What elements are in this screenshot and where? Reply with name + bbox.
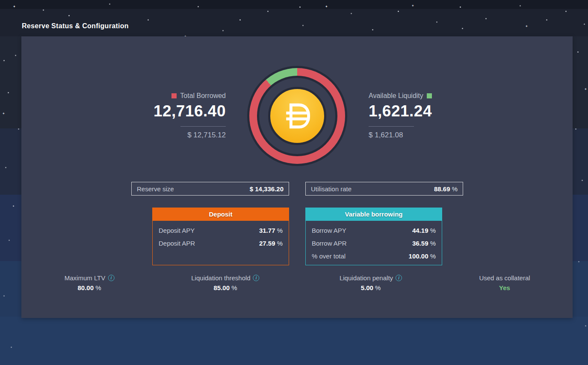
- max-ltv-config: Maximum LTV i 80.00 %: [65, 274, 115, 291]
- available-liquidity-label-row: Available Liquidity: [369, 92, 510, 100]
- star: [585, 325, 586, 326]
- star: [148, 19, 149, 21]
- divider: [369, 126, 414, 127]
- star: [267, 11, 269, 12]
- borrow-apy-value: 44.19 %: [412, 227, 436, 234]
- star: [462, 28, 463, 29]
- star: [9, 240, 10, 241]
- deposit-apr-value: 27.59 %: [259, 240, 283, 247]
- star: [584, 24, 585, 25]
- percent-over-total-value: 100.00 %: [409, 252, 436, 260]
- star: [15, 55, 16, 56]
- reserve-size-label: Reserve size: [137, 185, 174, 193]
- star: [351, 13, 352, 14]
- liquidation-penalty-value: 5.00 %: [340, 284, 402, 291]
- deposit-apr-label: Deposit APR: [159, 240, 195, 247]
- star: ✦: [325, 5, 328, 9]
- star: ✦: [584, 88, 587, 91]
- star: [546, 19, 547, 21]
- star: ✦: [411, 4, 414, 8]
- divider: [180, 126, 226, 127]
- borrow-apr-label: Borrow APR: [312, 240, 347, 247]
- star: [198, 6, 199, 7]
- available-liquidity-stat: Available Liquidity 1,621.24 $ 1,621.08: [369, 92, 510, 139]
- used-as-collateral-label-row: Used as collateral: [479, 274, 530, 282]
- percent-over-total-label: % over total: [312, 252, 346, 260]
- star: [302, 25, 304, 26]
- star: [3, 60, 5, 61]
- deposit-apy-value: 31.77 %: [259, 227, 283, 234]
- table-row: Deposit APY 31.77 %: [153, 224, 289, 237]
- total-borrowed-label: Total Borrowed: [180, 92, 226, 100]
- borrow-apy-label: Borrow APY: [312, 227, 346, 234]
- dai-symbol: [279, 98, 316, 134]
- total-borrowed-label-row: Total Borrowed: [85, 92, 226, 100]
- star: [578, 261, 579, 262]
- utilisation-rate-row: Utilisation rate 88.69 %: [305, 182, 463, 196]
- used-as-collateral-label: Used as collateral: [479, 274, 530, 282]
- star: [372, 29, 373, 30]
- reserve-status-card: Total Borrowed 12,716.40 $ 12,715.12 Ava…: [21, 36, 573, 318]
- liquidation-threshold-label: Liquidation threshold: [191, 274, 250, 282]
- star: [398, 11, 399, 12]
- available-liquidity-usd: $ 1,621.08: [369, 131, 510, 139]
- star: [8, 92, 9, 93]
- star: [575, 128, 576, 130]
- star: [436, 21, 437, 23]
- star: [485, 18, 487, 19]
- borrow-apr-value: 36.59 %: [412, 240, 436, 247]
- deposit-table-body: Deposit APY 31.77 % Deposit APR 27.59 %: [152, 221, 289, 265]
- star: [239, 19, 241, 21]
- utilisation-rate-label: Utilisation rate: [311, 185, 352, 193]
- star: ✦: [13, 5, 16, 9]
- star: [299, 6, 301, 8]
- liquidity-legend-swatch: [427, 93, 432, 98]
- deposit-table-header: Deposit: [152, 208, 289, 221]
- max-ltv-label-row: Maximum LTV i: [65, 274, 115, 282]
- variable-borrowing-table-body: Borrow APY 44.19 % Borrow APR 36.59 % % …: [305, 221, 442, 265]
- liquidation-penalty-label-row: Liquidation penalty i: [340, 274, 402, 282]
- table-row: Borrow APR 36.59 %: [306, 237, 442, 249]
- page-title: Reserve Status & Configuration: [22, 22, 129, 30]
- used-as-collateral-config: Used as collateral Yes: [479, 274, 530, 291]
- deposit-apy-label: Deposit APY: [159, 227, 195, 234]
- reserve-size-value: $ 14,336.20: [250, 185, 284, 193]
- liquidation-penalty-label: Liquidation penalty: [340, 274, 393, 282]
- dai-token-icon: [268, 87, 326, 145]
- liquidation-threshold-config: Liquidation threshold i 85.00 %: [191, 274, 259, 291]
- star: ✦: [2, 112, 5, 116]
- star: [582, 180, 583, 181]
- max-ltv-value: 80.00 %: [65, 284, 115, 291]
- borrowed-legend-swatch: [171, 93, 177, 98]
- reserve-size-row: Reserve size $ 14,336.20: [131, 182, 289, 196]
- star: ✦: [525, 25, 528, 28]
- variable-borrowing-table-header: Variable borrowing: [305, 208, 442, 221]
- star: [577, 51, 579, 53]
- star: [13, 205, 14, 207]
- max-ltv-label: Maximum LTV: [65, 274, 106, 282]
- star: [109, 3, 110, 5]
- liquidation-threshold-label-row: Liquidation threshold i: [191, 274, 259, 282]
- star: [565, 11, 567, 12]
- table-row: Borrow APY 44.19 %: [306, 224, 442, 237]
- info-icon[interactable]: i: [253, 275, 260, 281]
- star: [68, 15, 70, 16]
- star: [460, 6, 461, 8]
- star: [18, 128, 19, 130]
- star: [222, 30, 224, 31]
- info-icon[interactable]: i: [396, 275, 402, 281]
- info-icon[interactable]: i: [108, 275, 114, 281]
- total-borrowed-value: 12,716.40: [85, 102, 226, 120]
- star: [3, 295, 5, 297]
- available-liquidity-label: Available Liquidity: [369, 92, 423, 100]
- liquidation-threshold-value: 85.00 %: [191, 284, 259, 291]
- star: [43, 9, 44, 11]
- total-borrowed-usd: $ 12,715.12: [85, 131, 226, 139]
- liquidation-penalty-config: Liquidation penalty i 5.00 %: [340, 274, 402, 291]
- table-row: Deposit APR 27.59 %: [153, 237, 289, 249]
- table-row: % over total 100.00 %: [306, 249, 442, 262]
- utilisation-rate-value: 88.69 %: [434, 185, 458, 193]
- star: [11, 347, 12, 348]
- available-liquidity-value: 1,621.24: [369, 102, 510, 120]
- star: [520, 5, 521, 6]
